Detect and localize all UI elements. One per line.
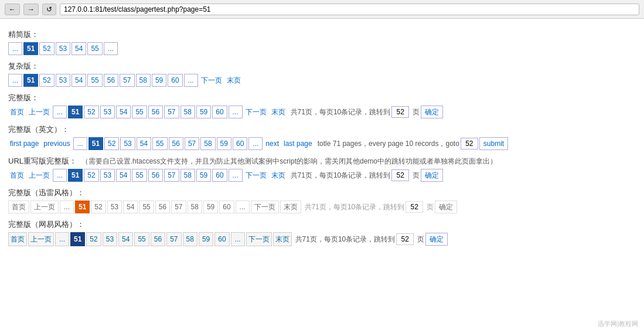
full-ellipsis-end[interactable]: ... xyxy=(229,106,243,118)
simple-page-54[interactable]: 54 xyxy=(71,42,86,55)
full-last-link[interactable]: 末页 xyxy=(270,106,287,118)
full-en-ellipsis-end[interactable]: ... xyxy=(248,137,263,150)
full-first-link[interactable]: 首页 xyxy=(8,106,26,118)
xunlei-ellipsis-start[interactable]: ... xyxy=(60,201,74,213)
reload-button[interactable]: ↺ xyxy=(42,4,56,15)
wangyi-prev-link[interactable]: 上一页 xyxy=(28,232,54,246)
wangyi-last-link[interactable]: 末页 xyxy=(273,232,292,246)
full-en-goto-input[interactable] xyxy=(461,138,478,149)
xunlei-page-60[interactable]: 60 xyxy=(219,201,234,213)
wangyi-page-51[interactable]: 51 xyxy=(70,232,85,246)
wangyi-goto-input[interactable] xyxy=(396,233,414,245)
xunlei-page-57[interactable]: 57 xyxy=(171,201,186,213)
full-en-page-57[interactable]: 57 xyxy=(185,137,199,150)
xunlei-first-link[interactable]: 首页 xyxy=(8,201,29,213)
full-en-submit-button[interactable]: submit xyxy=(479,137,508,150)
xunlei-page-51[interactable]: 51 xyxy=(75,201,90,213)
url-rewrite-page-56[interactable]: 56 xyxy=(148,169,163,182)
full-goto-input[interactable] xyxy=(391,106,409,118)
url-rewrite-page-58[interactable]: 58 xyxy=(180,169,195,182)
complex-page-58[interactable]: 58 xyxy=(136,74,151,87)
url-rewrite-next-link[interactable]: 下一页 xyxy=(244,169,268,182)
complex-last-link[interactable]: 末页 xyxy=(225,74,243,87)
xunlei-goto-input[interactable] xyxy=(406,201,423,213)
complex-page-55[interactable]: 55 xyxy=(87,74,102,87)
wangyi-page-59[interactable]: 59 xyxy=(199,232,213,246)
wangyi-page-58[interactable]: 58 xyxy=(183,232,197,246)
complex-page-59[interactable]: 59 xyxy=(152,74,166,87)
wangyi-page-54[interactable]: 54 xyxy=(118,232,133,246)
url-rewrite-confirm-button[interactable]: 确定 xyxy=(421,169,443,182)
complex-page-57[interactable]: 57 xyxy=(120,74,134,87)
complex-page-60[interactable]: 60 xyxy=(168,74,182,87)
xunlei-page-59[interactable]: 59 xyxy=(203,201,218,213)
xunlei-page-58[interactable]: 58 xyxy=(188,201,202,213)
xunlei-ellipsis-end[interactable]: ... xyxy=(236,201,250,213)
simple-ellipsis-start[interactable]: ... xyxy=(8,42,22,55)
wangyi-next-link[interactable]: 下一页 xyxy=(246,232,272,246)
xunlei-page-52[interactable]: 52 xyxy=(91,201,105,213)
xunlei-page-56[interactable]: 56 xyxy=(155,201,170,213)
simple-page-55[interactable]: 55 xyxy=(87,42,102,55)
forward-button[interactable]: → xyxy=(23,4,39,15)
url-rewrite-ellipsis-end[interactable]: ... xyxy=(229,169,243,182)
xunlei-page-55[interactable]: 55 xyxy=(139,201,154,213)
wangyi-ellipsis-end[interactable]: ... xyxy=(231,232,245,246)
url-rewrite-page-57[interactable]: 57 xyxy=(164,169,179,182)
xunlei-confirm-button[interactable]: 确定 xyxy=(435,201,457,213)
url-rewrite-page-53[interactable]: 53 xyxy=(100,169,115,182)
full-page-60[interactable]: 60 xyxy=(212,106,227,118)
url-rewrite-page-51[interactable]: 51 xyxy=(68,169,83,182)
full-en-page-59[interactable]: 59 xyxy=(217,137,231,150)
full-en-ellipsis-start[interactable]: ... xyxy=(73,137,87,150)
wangyi-first-link[interactable]: 首页 xyxy=(8,232,27,246)
full-en-page-52[interactable]: 52 xyxy=(104,137,119,150)
complex-ellipsis-end[interactable]: ... xyxy=(184,74,198,87)
full-page-56[interactable]: 56 xyxy=(148,106,163,118)
full-page-51[interactable]: 51 xyxy=(68,106,83,118)
simple-page-51[interactable]: 51 xyxy=(23,42,38,55)
wangyi-confirm-button[interactable]: 确定 xyxy=(425,233,448,246)
full-en-first-link[interactable]: first page xyxy=(8,137,40,150)
simple-page-53[interactable]: 53 xyxy=(56,42,70,55)
full-ellipsis-start[interactable]: ... xyxy=(53,106,67,118)
complex-page-51[interactable]: 51 xyxy=(23,74,38,87)
full-en-next-link[interactable]: next xyxy=(264,137,281,150)
xunlei-page-54[interactable]: 54 xyxy=(123,201,138,213)
url-rewrite-page-60[interactable]: 60 xyxy=(212,169,227,182)
full-en-page-55[interactable]: 55 xyxy=(152,137,167,150)
wangyi-page-55[interactable]: 55 xyxy=(134,232,149,246)
full-en-page-51[interactable]: 51 xyxy=(88,137,103,150)
wangyi-ellipsis-start[interactable]: ... xyxy=(55,232,69,246)
url-rewrite-ellipsis-start[interactable]: ... xyxy=(53,169,67,182)
wangyi-page-53[interactable]: 53 xyxy=(103,232,117,246)
full-en-prev-link[interactable]: previous xyxy=(42,137,71,150)
full-en-page-58[interactable]: 58 xyxy=(200,137,215,150)
full-page-59[interactable]: 59 xyxy=(196,106,211,118)
wangyi-page-52[interactable]: 52 xyxy=(86,232,101,246)
xunlei-next-link[interactable]: 下一页 xyxy=(251,201,279,213)
full-en-page-56[interactable]: 56 xyxy=(169,137,183,150)
full-prev-link[interactable]: 上一页 xyxy=(27,106,52,118)
full-page-53[interactable]: 53 xyxy=(100,106,115,118)
address-bar[interactable] xyxy=(60,4,639,15)
complex-ellipsis-start[interactable]: ... xyxy=(8,74,22,87)
full-confirm-button[interactable]: 确定 xyxy=(421,106,443,118)
complex-page-54[interactable]: 54 xyxy=(71,74,86,87)
url-rewrite-page-52[interactable]: 52 xyxy=(84,169,98,182)
url-rewrite-goto-input[interactable] xyxy=(391,169,409,181)
xunlei-page-53[interactable]: 53 xyxy=(107,201,122,213)
complex-next-link[interactable]: 下一页 xyxy=(199,74,224,87)
full-next-link[interactable]: 下一页 xyxy=(244,106,268,118)
full-page-54[interactable]: 54 xyxy=(116,106,131,118)
full-en-page-60[interactable]: 60 xyxy=(233,137,247,150)
url-rewrite-page-54[interactable]: 54 xyxy=(116,169,131,182)
full-en-last-link[interactable]: last page xyxy=(282,137,314,150)
full-en-page-54[interactable]: 54 xyxy=(137,137,151,150)
url-rewrite-first-link[interactable]: 首页 xyxy=(8,169,26,182)
url-rewrite-page-59[interactable]: 59 xyxy=(196,169,211,182)
full-page-52[interactable]: 52 xyxy=(84,106,98,118)
full-en-page-53[interactable]: 53 xyxy=(120,137,135,150)
url-rewrite-prev-link[interactable]: 上一页 xyxy=(27,169,52,182)
url-rewrite-last-link[interactable]: 末页 xyxy=(270,169,287,182)
